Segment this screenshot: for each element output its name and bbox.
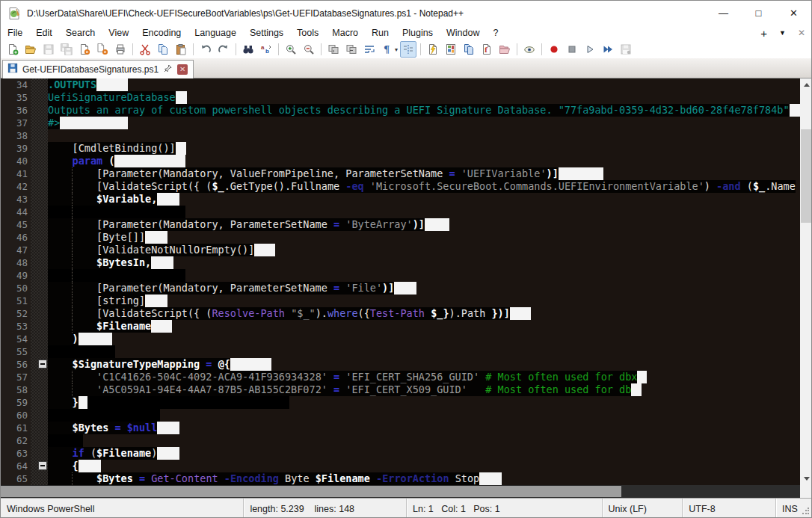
word-wrap-icon[interactable]	[361, 41, 378, 58]
menu-file[interactable]: File	[1, 26, 29, 40]
indent-guide-line	[72, 218, 73, 231]
redo-icon[interactable]	[215, 41, 232, 58]
find-icon[interactable]	[240, 41, 256, 58]
line-number: 47	[1, 244, 28, 256]
scroll-down-arrow-icon[interactable]	[800, 472, 812, 485]
close-all-icon[interactable]	[94, 41, 111, 58]
sync-horizontal-scroll-icon[interactable]	[343, 41, 360, 58]
scroll-up-arrow-icon[interactable]	[800, 78, 812, 91]
line-number: 51	[1, 295, 28, 307]
macro-stop-icon[interactable]	[564, 41, 580, 58]
code-line-50: [Parameter(Mandatory, ParameterSetName =…	[48, 282, 800, 295]
menu-help[interactable]: ?	[486, 26, 505, 40]
cut-icon[interactable]	[137, 41, 153, 58]
menu-encoding[interactable]: Encoding	[135, 26, 188, 40]
paste-icon[interactable]	[173, 41, 189, 58]
line-number: 54	[1, 333, 28, 345]
open-file-icon[interactable]	[22, 41, 39, 58]
copy-icon[interactable]	[155, 41, 171, 58]
document-switcher-icon[interactable]	[461, 41, 477, 58]
zoom-in-icon[interactable]	[283, 41, 299, 58]
macro-save-icon[interactable]	[618, 41, 634, 58]
toolbar-separator	[193, 43, 194, 55]
editor-pane[interactable]: 3435363738394041424344454647484950515253…	[1, 78, 800, 485]
close-tab-icon[interactable]: ✕	[177, 64, 188, 75]
monitoring-eye-icon[interactable]	[521, 41, 538, 58]
menu-plugins[interactable]: Plugins	[396, 26, 440, 40]
fold-collapse-icon[interactable]	[38, 360, 47, 369]
minimize-button[interactable]: —	[706, 1, 741, 25]
indent-guide-icon[interactable]	[400, 41, 416, 58]
line-number: 53	[1, 320, 28, 333]
macro-play-icon[interactable]	[582, 41, 598, 58]
line-number: 49	[1, 269, 28, 282]
code-line-34: .OUTPUTS	[48, 78, 800, 91]
undo-icon[interactable]	[197, 41, 214, 58]
document-map-icon[interactable]	[443, 41, 459, 58]
maximize-button[interactable]: □	[741, 1, 776, 25]
new-tab-plus-icon[interactable]: +	[760, 27, 767, 40]
shortcut-mapper-icon[interactable]	[425, 41, 441, 58]
menu-settings[interactable]: Settings	[243, 26, 290, 40]
tab-bar: Get-UEFIDatabaseSignatures.ps1 ✕	[1, 58, 811, 78]
horizontal-scroll-thumb[interactable]	[1, 486, 621, 497]
close-tab-x-icon[interactable]: ✕	[798, 28, 805, 38]
status-eol-format: Unix (LF)	[602, 499, 683, 518]
toolbar-separator	[321, 43, 322, 55]
vertical-scroll-thumb[interactable]	[801, 129, 812, 223]
indent-guide-line	[72, 282, 73, 295]
horizontal-scrollbar[interactable]	[1, 485, 800, 498]
bookmark-fold-margin[interactable]	[31, 78, 48, 485]
fold-collapse-icon[interactable]	[38, 461, 47, 470]
code-line-64: {	[48, 460, 800, 472]
folder-as-workspace-icon[interactable]	[496, 41, 513, 58]
menu-run[interactable]: Run	[365, 26, 396, 40]
status-doc-size: length: 5.239 lines: 148	[243, 499, 406, 518]
indent-guide-line	[72, 231, 73, 244]
function-list-icon[interactable]: f	[479, 41, 495, 58]
line-number: 55	[1, 345, 28, 358]
code-line-39: [CmdletBinding()]	[48, 142, 800, 155]
code-line-57: 'C1C41626-504C-4092-ACA9-41F936934328' =…	[48, 371, 800, 383]
line-number: 57	[1, 371, 28, 383]
menu-edit[interactable]: Edit	[29, 26, 59, 40]
sync-vertical-scroll-icon[interactable]	[325, 41, 342, 58]
menu-search[interactable]: Search	[59, 26, 102, 40]
show-all-characters-icon[interactable]: ¶	[379, 41, 396, 58]
code-line-62	[48, 434, 800, 447]
line-number: 62	[1, 434, 28, 447]
code-line-36: Outputs an array of custom powershell ob…	[48, 104, 800, 117]
replace-icon[interactable]: ab	[258, 41, 274, 58]
macro-record-icon[interactable]	[546, 41, 562, 58]
line-number: 63	[1, 447, 28, 460]
tab-list-caret-icon[interactable]: ▼	[779, 29, 786, 37]
saved-floppy-icon	[7, 63, 18, 76]
tab-get-uefidatabasesignatures[interactable]: Get-UEFIDatabaseSignatures.ps1 ✕	[2, 60, 194, 78]
close-window-button[interactable]: ✕	[776, 1, 811, 25]
zoom-out-icon[interactable]	[301, 41, 317, 58]
indent-guide-line	[72, 193, 73, 206]
save-icon[interactable]	[40, 41, 57, 58]
macro-run-multiple-icon[interactable]	[600, 41, 616, 58]
menu-language[interactable]: Language	[188, 26, 243, 40]
menu-tools[interactable]: Tools	[290, 26, 325, 40]
pin-tab-icon[interactable]	[163, 63, 173, 76]
line-number: 61	[1, 422, 28, 434]
menu-window[interactable]: Window	[440, 26, 486, 40]
menu-view[interactable]: View	[102, 26, 135, 40]
print-icon[interactable]	[112, 41, 129, 58]
close-file-icon[interactable]	[76, 41, 93, 58]
line-number: 43	[1, 193, 28, 206]
code-area[interactable]: .OUTPUTSUefiSignatureDatabaseOutputs an …	[48, 78, 800, 485]
code-line-56: $SignatureTypeMapping = @{	[48, 358, 800, 371]
new-file-icon[interactable]	[4, 41, 21, 58]
save-all-icon[interactable]	[58, 41, 75, 58]
vertical-scrollbar[interactable]	[800, 78, 812, 485]
resize-grip[interactable]	[802, 508, 809, 515]
indent-guide-line	[72, 307, 73, 320]
menu-macro[interactable]: Macro	[325, 26, 365, 40]
indent-guide-line	[72, 244, 73, 256]
code-line-60	[48, 409, 800, 422]
show-all-characters-caret-icon[interactable]: ▾	[395, 46, 398, 53]
code-line-42: [ValidateScript({ ($_.GetType().Fullname…	[48, 180, 800, 193]
